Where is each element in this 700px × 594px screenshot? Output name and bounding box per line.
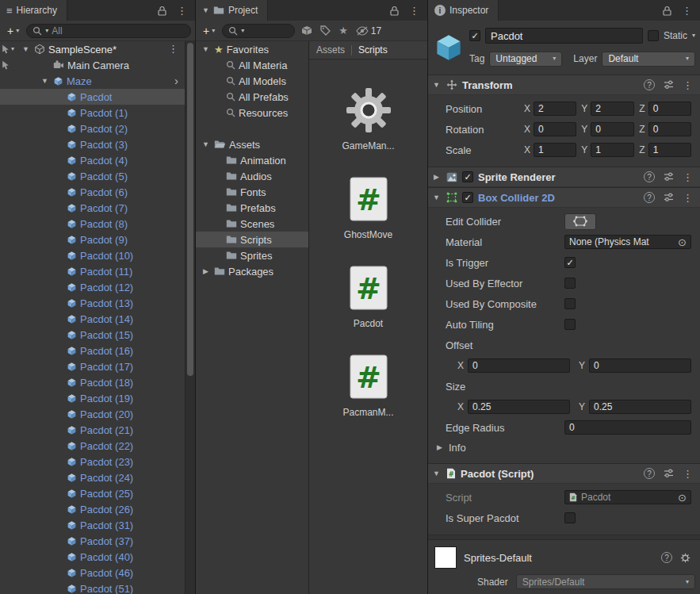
help-icon[interactable]: ? bbox=[644, 468, 655, 479]
gear-settings-icon[interactable] bbox=[680, 553, 690, 563]
box-collider-header[interactable]: ▼ ✓ Box Collider 2D ? ⋮ bbox=[428, 187, 700, 208]
presets-icon[interactable] bbox=[664, 193, 674, 202]
object-picker-icon[interactable]: ⊙ bbox=[678, 492, 687, 503]
hierarchy-item-pacdot[interactable]: Pacdot (7) bbox=[0, 200, 185, 216]
foldout-open-icon[interactable]: ▼ bbox=[431, 81, 442, 89]
hierarchy-scrollbar[interactable] bbox=[185, 41, 195, 594]
hierarchy-item-pacdot[interactable]: Pacdot (24) bbox=[0, 469, 185, 485]
search-filter-caret-icon[interactable]: ▾ bbox=[241, 28, 244, 34]
kebab-menu-icon[interactable]: ⋮ bbox=[683, 172, 693, 182]
row-pick-toggle[interactable] bbox=[2, 60, 10, 70]
foldout-open-icon[interactable]: ▼ bbox=[201, 140, 211, 148]
hierarchy-item-pacdot[interactable]: Pacdot (13) bbox=[0, 295, 185, 311]
favorites-root[interactable]: ▼ ★ Favorites bbox=[196, 41, 308, 57]
layer-dropdown[interactable]: Default ▾ bbox=[602, 52, 695, 67]
hierarchy-item-pacdot[interactable]: Pacdot (14) bbox=[0, 311, 185, 327]
hierarchy-item-pacdot[interactable]: Pacdot (51) bbox=[0, 581, 185, 594]
kebab-menu-icon[interactable]: ⋮ bbox=[409, 6, 419, 16]
lock-icon[interactable] bbox=[390, 6, 399, 16]
foldout-open-icon[interactable]: ▼ bbox=[431, 469, 442, 477]
folder-item[interactable]: Scenes bbox=[196, 216, 308, 232]
hierarchy-item-pacdot[interactable]: Pacdot (21) bbox=[0, 422, 185, 438]
assets-root[interactable]: ▼ Assets bbox=[196, 136, 308, 152]
hierarchy-item-pacdot[interactable]: Pacdot (23) bbox=[0, 454, 185, 469]
tab-project[interactable]: ▼ Project bbox=[196, 0, 268, 21]
add-object-button[interactable]: + ▾ bbox=[4, 25, 22, 37]
asset-item[interactable]: # GameMan... bbox=[309, 85, 427, 151]
hierarchy-item-pacdot[interactable]: Pacdot (9) bbox=[0, 232, 185, 247]
property-checkbox[interactable]: ✓ bbox=[564, 278, 576, 289]
hidden-objects-toggle[interactable]: 17 bbox=[356, 25, 381, 36]
tab-inspector[interactable]: i Inspector bbox=[428, 0, 499, 21]
transform-header[interactable]: ▼ Transform ? ⋮ bbox=[428, 75, 700, 95]
presets-icon[interactable] bbox=[664, 469, 674, 478]
size-x-field[interactable]: 0.25 bbox=[468, 400, 570, 414]
foldout-open-icon[interactable]: ▼ bbox=[40, 77, 50, 85]
hierarchy-item-pacdot[interactable]: Pacdot (10) bbox=[0, 247, 185, 263]
add-asset-button[interactable]: + ▾ bbox=[200, 25, 218, 37]
sprite-renderer-header[interactable]: ▶ ✓ Sprite Renderer ? ⋮ bbox=[428, 167, 700, 187]
property-checkbox[interactable]: ✓ bbox=[564, 319, 576, 330]
folder-item[interactable]: Sprites bbox=[196, 247, 308, 263]
hierarchy-item-pacdot[interactable]: Pacdot bbox=[0, 89, 185, 105]
material-header[interactable]: Sprites-Default ? bbox=[428, 540, 700, 572]
hierarchy-item-pacdot[interactable]: Pacdot (18) bbox=[0, 374, 185, 390]
edit-collider-button[interactable] bbox=[564, 213, 596, 230]
folder-item[interactable]: Fonts bbox=[196, 184, 308, 200]
property-checkbox[interactable]: ✓ bbox=[564, 257, 576, 268]
favorites-filter-icon[interactable]: ★ bbox=[339, 25, 348, 36]
axis-x-field[interactable]: 0 bbox=[534, 122, 576, 136]
axis-y-field[interactable]: 0 bbox=[591, 122, 633, 136]
folder-item[interactable]: Prefabs bbox=[196, 200, 308, 216]
static-caret-icon[interactable]: ▾ bbox=[692, 33, 695, 39]
tab-hierarchy[interactable]: ≡ Hierarchy bbox=[0, 0, 67, 21]
info-foldout[interactable]: ▶ Info bbox=[428, 438, 695, 457]
axis-x-field[interactable]: 2 bbox=[534, 102, 576, 116]
folder-item[interactable]: Animation bbox=[196, 152, 308, 168]
hierarchy-item-maze[interactable]: ▼ Maze › bbox=[0, 73, 185, 89]
hierarchy-item-main-camera[interactable]: Main Camera bbox=[0, 57, 185, 73]
hierarchy-item-pacdot[interactable]: Pacdot (8) bbox=[0, 216, 185, 232]
lock-icon[interactable] bbox=[158, 6, 166, 16]
hierarchy-item-pacdot[interactable]: Pacdot (31) bbox=[0, 517, 185, 533]
scene-kebab-icon[interactable]: ⋮ bbox=[168, 44, 178, 54]
favorites-item[interactable]: All Prefabs bbox=[196, 89, 308, 105]
hierarchy-item-pacdot[interactable]: Pacdot (2) bbox=[0, 121, 185, 136]
foldout-closed-icon[interactable]: ▶ bbox=[431, 173, 442, 181]
size-y-field[interactable]: 0.25 bbox=[589, 400, 691, 414]
packages-root[interactable]: ▶ Packages bbox=[196, 263, 308, 279]
component-enabled-checkbox[interactable]: ✓ bbox=[462, 192, 473, 203]
kebab-menu-icon[interactable]: ⋮ bbox=[682, 6, 692, 16]
hierarchy-item-pacdot[interactable]: Pacdot (12) bbox=[0, 279, 185, 295]
script-component-header[interactable]: ▼ # Pacdot (Script) ? ⋮ bbox=[428, 463, 700, 484]
hierarchy-item-pacdot[interactable]: Pacdot (3) bbox=[0, 136, 185, 152]
asset-item[interactable]: # Pacdot bbox=[309, 263, 427, 329]
axis-y-field[interactable]: 2 bbox=[591, 102, 633, 116]
kebab-menu-icon[interactable]: ⋮ bbox=[177, 6, 187, 16]
hierarchy-item-pacdot[interactable]: Pacdot (46) bbox=[0, 565, 185, 581]
physics-material-field[interactable]: None (Physics Mat ⊙ bbox=[564, 235, 691, 249]
hierarchy-item-pacdot[interactable]: Pacdot (16) bbox=[0, 343, 185, 358]
script-reference-field[interactable]: # Pacdot ⊙ bbox=[564, 490, 691, 504]
axis-x-field[interactable]: 1 bbox=[534, 143, 576, 157]
breadcrumb-current[interactable]: Scripts bbox=[358, 44, 388, 56]
foldout-closed-icon[interactable]: ▶ bbox=[201, 267, 211, 275]
axis-y-field[interactable]: 1 bbox=[591, 143, 633, 157]
favorites-item[interactable]: All Materia bbox=[196, 57, 308, 73]
hierarchy-item-pacdot[interactable]: Pacdot (20) bbox=[0, 406, 185, 422]
hierarchy-item-pacdot[interactable]: Pacdot (11) bbox=[0, 263, 185, 279]
favorites-item[interactable]: Resources bbox=[196, 105, 308, 121]
axis-z-field[interactable]: 1 bbox=[648, 143, 691, 157]
help-icon[interactable]: ? bbox=[644, 192, 655, 203]
axis-z-field[interactable]: 0 bbox=[648, 102, 691, 116]
offset-x-field[interactable]: 0 bbox=[468, 358, 570, 373]
label-filter-icon[interactable] bbox=[320, 25, 331, 36]
scene-header-row[interactable]: ▾ ▼ SampleScene* ⋮ bbox=[0, 41, 185, 57]
open-prefab-arrow-icon[interactable]: › bbox=[174, 74, 178, 87]
axis-z-field[interactable]: 0 bbox=[648, 122, 691, 136]
kebab-menu-icon[interactable]: ⋮ bbox=[683, 193, 693, 203]
shader-dropdown[interactable]: Sprites/Default ▾ bbox=[516, 574, 695, 589]
hierarchy-item-pacdot[interactable]: Pacdot (40) bbox=[0, 549, 185, 565]
hierarchy-item-pacdot[interactable]: Pacdot (25) bbox=[0, 485, 185, 501]
hierarchy-item-pacdot[interactable]: Pacdot (6) bbox=[0, 184, 185, 200]
